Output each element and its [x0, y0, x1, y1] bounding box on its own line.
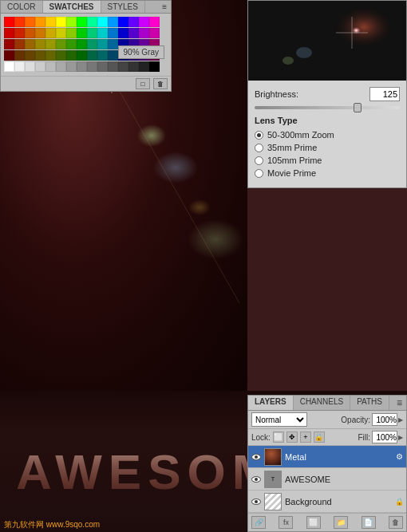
swatch[interactable] — [97, 28, 108, 38]
new-group-button[interactable]: 📁 — [334, 516, 348, 529]
opacity-arrow-icon[interactable]: ▶ — [398, 416, 403, 424]
link-layers-button[interactable]: 🔗 — [251, 516, 266, 529]
swatch[interactable] — [97, 50, 108, 61]
swatch[interactable] — [149, 17, 160, 27]
layer-row-metal[interactable]: Metal ⚙ — [248, 446, 406, 468]
swatch[interactable] — [56, 61, 66, 72]
swatch[interactable] — [56, 39, 66, 49]
brightness-slider-thumb[interactable] — [354, 103, 362, 112]
swatch[interactable] — [45, 61, 56, 72]
swatch[interactable] — [25, 17, 35, 27]
swatch[interactable] — [14, 39, 25, 49]
lens-option-3[interactable]: Movie Prime — [255, 168, 400, 178]
swatch[interactable] — [87, 50, 97, 61]
swatch[interactable] — [35, 28, 45, 38]
add-style-button[interactable]: fx — [279, 516, 293, 529]
tab-color[interactable]: COLOR — [1, 1, 43, 13]
swatch[interactable] — [35, 39, 45, 49]
swatch[interactable] — [25, 50, 35, 61]
swatch[interactable] — [56, 50, 66, 61]
swatch[interactable] — [45, 17, 56, 27]
layer-visibility-awesome[interactable] — [251, 474, 262, 485]
swatch[interactable] — [14, 61, 25, 72]
layer-effects-metal[interactable]: ⚙ — [394, 452, 404, 462]
lens-option-2[interactable]: 105mm Prime — [255, 156, 400, 165]
lens-option-1[interactable]: 35mm Prime — [255, 143, 400, 152]
swatch[interactable] — [66, 39, 77, 49]
swatch[interactable] — [128, 28, 139, 38]
swatch[interactable] — [66, 17, 77, 27]
swatch[interactable] — [87, 28, 97, 38]
swatch[interactable] — [56, 28, 66, 38]
new-layer-button[interactable]: 📄 — [362, 516, 376, 529]
swatch[interactable] — [118, 28, 128, 38]
radio-35mm[interactable] — [255, 144, 263, 152]
lock-transform-icon[interactable]: + — [300, 432, 311, 443]
swatch[interactable] — [139, 61, 149, 72]
opacity-input[interactable] — [372, 413, 397, 426]
swatch[interactable] — [87, 39, 97, 49]
fill-input[interactable] — [372, 431, 397, 443]
swatch[interactable] — [128, 17, 139, 27]
swatch[interactable] — [14, 17, 25, 27]
swatch[interactable] — [108, 17, 118, 27]
lock-all-icon[interactable]: 🔒 — [314, 432, 325, 443]
fill-arrow-icon[interactable]: ▶ — [398, 434, 403, 441]
swatch[interactable] — [25, 28, 35, 38]
swatch[interactable] — [25, 39, 35, 49]
swatch[interactable] — [56, 17, 66, 27]
tab-paths[interactable]: PATHS — [350, 396, 389, 410]
new-swatch-button[interactable]: □ — [136, 78, 150, 89]
swatch[interactable] — [97, 61, 108, 72]
swatch[interactable] — [66, 61, 77, 72]
delete-layer-button[interactable]: 🗑 — [389, 516, 403, 529]
swatch[interactable] — [97, 39, 108, 49]
swatch[interactable] — [14, 28, 25, 38]
radio-movie[interactable] — [255, 169, 263, 178]
swatch[interactable] — [108, 28, 118, 38]
swatch[interactable] — [77, 50, 87, 61]
lock-checkered-icon[interactable]: ⬜ — [273, 432, 284, 443]
swatch[interactable] — [66, 28, 77, 38]
swatch[interactable] — [77, 61, 87, 72]
swatch[interactable] — [35, 61, 45, 72]
swatch[interactable] — [128, 61, 139, 72]
tab-layers[interactable]: LAYERS — [248, 396, 294, 410]
panel-menu-icon[interactable]: ≡ — [158, 1, 171, 13]
radio-50-300[interactable] — [255, 131, 263, 140]
swatch[interactable] — [4, 28, 14, 38]
swatch[interactable] — [66, 50, 77, 61]
swatch[interactable] — [35, 50, 45, 61]
swatch[interactable] — [149, 28, 160, 38]
swatch[interactable] — [87, 17, 97, 27]
swatch[interactable] — [108, 61, 118, 72]
swatch[interactable] — [108, 39, 118, 49]
swatch[interactable] — [45, 39, 56, 49]
swatch[interactable] — [139, 17, 149, 27]
swatch[interactable] — [77, 17, 87, 27]
add-mask-button[interactable]: ⬜ — [306, 516, 321, 529]
tab-swatches[interactable]: SWATCHES — [43, 1, 101, 13]
lensflare-preview[interactable] — [248, 1, 406, 81]
tab-styles[interactable]: STYLES — [101, 1, 145, 13]
swatch[interactable] — [118, 17, 128, 27]
layer-visibility-background[interactable] — [251, 496, 262, 507]
delete-swatch-button[interactable]: 🗑 — [153, 78, 168, 89]
layer-row-background[interactable]: Background 🔒 — [248, 491, 406, 513]
layer-visibility-metal[interactable] — [251, 451, 262, 463]
swatch[interactable] — [45, 50, 56, 61]
swatch[interactable] — [45, 28, 56, 38]
swatch[interactable] — [77, 28, 87, 38]
swatch[interactable] — [4, 61, 14, 72]
swatch[interactable] — [149, 61, 160, 72]
layers-menu-icon[interactable]: ≡ — [393, 396, 406, 410]
swatch[interactable] — [108, 50, 118, 61]
swatch[interactable] — [118, 61, 128, 72]
swatch[interactable] — [4, 50, 14, 61]
swatch[interactable] — [139, 28, 149, 38]
swatch[interactable] — [25, 61, 35, 72]
blend-mode-select[interactable]: Normal Multiply Screen Overlay — [251, 412, 307, 427]
layer-row-awesome[interactable]: T AWESOME — [248, 468, 406, 491]
swatch[interactable] — [77, 39, 87, 49]
tab-channels[interactable]: CHANNELS — [294, 396, 350, 410]
